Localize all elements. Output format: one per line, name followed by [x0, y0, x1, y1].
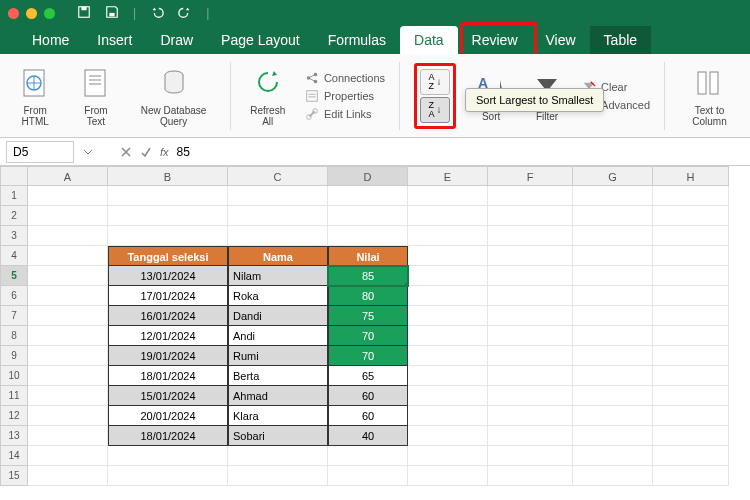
row-header-3[interactable]: 3	[0, 226, 28, 246]
cell-H3[interactable]	[653, 226, 729, 246]
new-database-query-button[interactable]: New Database Query	[132, 64, 216, 127]
cell-H15[interactable]	[653, 466, 729, 486]
cell-G6[interactable]	[573, 286, 653, 306]
row-header-10[interactable]: 10	[0, 366, 28, 386]
cell-C13[interactable]: Sobari	[228, 426, 328, 446]
cell-H9[interactable]	[653, 346, 729, 366]
row-header-13[interactable]: 13	[0, 426, 28, 446]
cell-H2[interactable]	[653, 206, 729, 226]
connections-button[interactable]: Connections	[305, 71, 385, 85]
row-header-12[interactable]: 12	[0, 406, 28, 426]
cell-F7[interactable]	[488, 306, 573, 326]
cell-A14[interactable]	[28, 446, 108, 466]
cell-F3[interactable]	[488, 226, 573, 246]
tab-data[interactable]: Data	[400, 26, 458, 54]
tab-table[interactable]: Table	[590, 26, 651, 54]
cell-C1[interactable]	[228, 186, 328, 206]
cell-B1[interactable]	[108, 186, 228, 206]
tab-page-layout[interactable]: Page Layout	[207, 26, 314, 54]
cell-H12[interactable]	[653, 406, 729, 426]
cell-D4[interactable]: Nilai	[328, 246, 408, 266]
tab-review[interactable]: Review	[458, 26, 532, 54]
row-header-1[interactable]: 1	[0, 186, 28, 206]
row-header-7[interactable]: 7	[0, 306, 28, 326]
cell-E7[interactable]	[408, 306, 488, 326]
cell-F9[interactable]	[488, 346, 573, 366]
text-to-columns-button[interactable]: Text to Column	[679, 64, 740, 127]
tab-formulas[interactable]: Formulas	[314, 26, 400, 54]
cell-A10[interactable]	[28, 366, 108, 386]
cell-D9[interactable]: 70	[328, 346, 408, 366]
cell-B3[interactable]	[108, 226, 228, 246]
cell-D13[interactable]: 40	[328, 426, 408, 446]
sort-descending-button[interactable]: ZA↓	[420, 97, 450, 123]
cell-E15[interactable]	[408, 466, 488, 486]
cell-B15[interactable]	[108, 466, 228, 486]
column-header-G[interactable]: G	[573, 166, 653, 186]
cell-F5[interactable]	[488, 266, 573, 286]
dropdown-icon[interactable]	[82, 146, 94, 158]
cell-A12[interactable]	[28, 406, 108, 426]
cell-H6[interactable]	[653, 286, 729, 306]
cell-F11[interactable]	[488, 386, 573, 406]
tab-view[interactable]: View	[532, 26, 590, 54]
cell-F8[interactable]	[488, 326, 573, 346]
row-header-6[interactable]: 6	[0, 286, 28, 306]
row-header-5[interactable]: 5	[0, 266, 28, 286]
cell-E13[interactable]	[408, 426, 488, 446]
cell-F4[interactable]	[488, 246, 573, 266]
cell-G12[interactable]	[573, 406, 653, 426]
cell-B13[interactable]: 18/01/2024	[108, 426, 228, 446]
close-icon[interactable]	[8, 8, 19, 19]
redo-icon[interactable]	[178, 5, 192, 22]
cell-E11[interactable]	[408, 386, 488, 406]
cell-B7[interactable]: 16/01/2024	[108, 306, 228, 326]
cell-C2[interactable]	[228, 206, 328, 226]
cell-B12[interactable]: 20/01/2024	[108, 406, 228, 426]
row-header-11[interactable]: 11	[0, 386, 28, 406]
cell-A4[interactable]	[28, 246, 108, 266]
spreadsheet[interactable]: ABCDEFGH1234Tanggal seleksiNamaNilai513/…	[0, 166, 750, 486]
from-text-button[interactable]: From Text	[74, 64, 117, 127]
cell-G1[interactable]	[573, 186, 653, 206]
cell-F1[interactable]	[488, 186, 573, 206]
autosave-icon[interactable]	[77, 5, 91, 22]
cell-C14[interactable]	[228, 446, 328, 466]
cell-H7[interactable]	[653, 306, 729, 326]
column-header-B[interactable]: B	[108, 166, 228, 186]
tab-insert[interactable]: Insert	[83, 26, 146, 54]
cell-A11[interactable]	[28, 386, 108, 406]
cell-B5[interactable]: 13/01/2024	[108, 266, 228, 286]
cell-D10[interactable]: 65	[328, 366, 408, 386]
cancel-icon[interactable]	[120, 146, 132, 158]
column-header-C[interactable]: C	[228, 166, 328, 186]
cell-A13[interactable]	[28, 426, 108, 446]
cell-D11[interactable]: 60	[328, 386, 408, 406]
from-html-button[interactable]: From HTML	[10, 64, 60, 127]
cell-F13[interactable]	[488, 426, 573, 446]
cell-E3[interactable]	[408, 226, 488, 246]
save-icon[interactable]	[105, 5, 119, 22]
cell-A8[interactable]	[28, 326, 108, 346]
cell-C12[interactable]: Klara	[228, 406, 328, 426]
cell-F6[interactable]	[488, 286, 573, 306]
cell-C5[interactable]: Nilam	[228, 266, 328, 286]
cell-C9[interactable]: Rumi	[228, 346, 328, 366]
cell-G8[interactable]	[573, 326, 653, 346]
cell-G11[interactable]	[573, 386, 653, 406]
row-header-4[interactable]: 4	[0, 246, 28, 266]
cell-G7[interactable]	[573, 306, 653, 326]
name-box[interactable]	[6, 141, 74, 163]
cell-B6[interactable]: 17/01/2024	[108, 286, 228, 306]
tab-home[interactable]: Home	[18, 26, 83, 54]
cell-E10[interactable]	[408, 366, 488, 386]
cell-F14[interactable]	[488, 446, 573, 466]
column-header-F[interactable]: F	[488, 166, 573, 186]
cell-A1[interactable]	[28, 186, 108, 206]
cell-D6[interactable]: 80	[328, 286, 408, 306]
column-header-E[interactable]: E	[408, 166, 488, 186]
refresh-all-button[interactable]: Refresh All	[245, 64, 291, 127]
cell-C3[interactable]	[228, 226, 328, 246]
cell-A7[interactable]	[28, 306, 108, 326]
cell-D7[interactable]: 75	[328, 306, 408, 326]
